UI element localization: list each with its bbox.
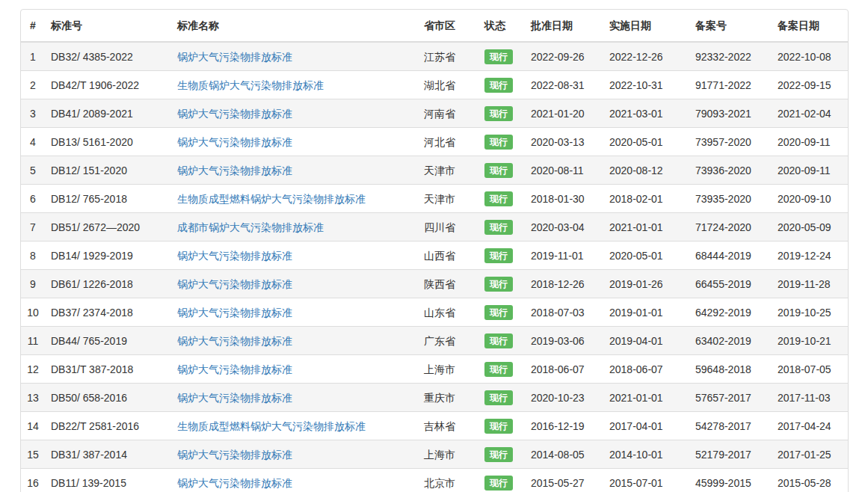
cell-standard-no: DB41/ 2089-2021 — [45, 99, 171, 128]
cell-status: 现行 — [478, 327, 525, 355]
cell-standard-no: DB13/ 5161-2020 — [45, 128, 171, 156]
cell-record-no: 45999-2015 — [689, 469, 772, 492]
table-row: 8DB14/ 1929-2019锅炉大气污染物排放标准山西省现行2019-11-… — [21, 242, 848, 270]
table-header: #标准号标准名称省市区状态批准日期实施日期备案号备案日期 — [21, 10, 848, 42]
cell-standard-name: 锅炉大气污染物排放标准 — [171, 242, 418, 270]
standard-name-link[interactable]: 生物质成型燃料锅炉大气污染物排放标准 — [177, 420, 366, 432]
cell-record-date: 2017-11-03 — [772, 384, 848, 412]
cell-approval-date: 2018-01-30 — [525, 185, 603, 213]
cell-implementation-date: 2020-05-01 — [603, 128, 689, 156]
standard-name-link[interactable]: 锅炉大气污染物排放标准 — [177, 136, 292, 148]
cell-num: 8 — [21, 242, 45, 270]
status-badge: 现行 — [484, 362, 513, 377]
status-badge: 现行 — [484, 333, 513, 348]
cell-standard-no: DB31/T 387-2018 — [45, 355, 171, 384]
table-row: 16DB11/ 139-2015锅炉大气污染物排放标准北京市现行2015-05-… — [21, 469, 848, 492]
standard-name-link[interactable]: 锅炉大气污染物排放标准 — [177, 278, 292, 290]
standard-name-link[interactable]: 锅炉大气污染物排放标准 — [177, 51, 292, 63]
cell-region: 天津市 — [418, 185, 478, 213]
status-badge: 现行 — [484, 419, 513, 434]
cell-region: 上海市 — [418, 355, 478, 384]
standard-name-link[interactable]: 锅炉大气污染物排放标准 — [177, 449, 292, 461]
cell-approval-date: 2018-12-26 — [525, 270, 603, 298]
cell-implementation-date: 2019-01-01 — [603, 298, 689, 327]
standard-name-link[interactable]: 成都市锅炉大气污染物排放标准 — [177, 221, 324, 233]
cell-implementation-date: 2015-07-01 — [603, 469, 689, 492]
standard-name-link[interactable]: 生物质成型燃料锅炉大气污染物排放标准 — [177, 193, 366, 205]
cell-approval-date: 2018-06-07 — [525, 355, 603, 384]
cell-num: 13 — [21, 384, 45, 412]
standard-name-link[interactable]: 锅炉大气污染物排放标准 — [177, 477, 292, 489]
cell-standard-name: 锅炉大气污染物排放标准 — [171, 469, 418, 492]
cell-status: 现行 — [478, 156, 525, 185]
cell-standard-name: 生物质成型燃料锅炉大气污染物排放标准 — [171, 185, 418, 213]
cell-record-no: 54278-2017 — [689, 412, 772, 440]
cell-status: 现行 — [478, 185, 525, 213]
column-header-status: 状态 — [478, 10, 525, 42]
cell-record-date: 2021-02-04 — [772, 99, 848, 128]
cell-record-no: 57657-2017 — [689, 384, 772, 412]
cell-approval-date: 2014-08-05 — [525, 440, 603, 469]
standards-table-container: #标准号标准名称省市区状态批准日期实施日期备案号备案日期 1DB32/ 4385… — [20, 9, 849, 492]
cell-record-date: 2020-09-10 — [772, 185, 848, 213]
cell-status: 现行 — [478, 71, 525, 99]
standard-name-link[interactable]: 锅炉大气污染物排放标准 — [177, 363, 292, 375]
cell-record-date: 2022-10-08 — [772, 42, 848, 71]
standard-name-link[interactable]: 锅炉大气污染物排放标准 — [177, 108, 292, 120]
cell-standard-no: DB12/ 765-2018 — [45, 185, 171, 213]
cell-record-date: 2019-11-28 — [772, 270, 848, 298]
cell-implementation-date: 2021-01-01 — [603, 384, 689, 412]
cell-num: 14 — [21, 412, 45, 440]
cell-standard-name: 锅炉大气污染物排放标准 — [171, 384, 418, 412]
cell-num: 1 — [21, 42, 45, 71]
cell-implementation-date: 2020-05-01 — [603, 242, 689, 270]
cell-standard-name: 锅炉大气污染物排放标准 — [171, 440, 418, 469]
cell-status: 现行 — [478, 298, 525, 327]
cell-status: 现行 — [478, 355, 525, 384]
cell-implementation-date: 2018-06-07 — [603, 355, 689, 384]
cell-region: 河南省 — [418, 99, 478, 128]
standard-name-link[interactable]: 锅炉大气污染物排放标准 — [177, 250, 292, 262]
cell-standard-name: 成都市锅炉大气污染物排放标准 — [171, 213, 418, 242]
column-header-implementation_date: 实施日期 — [603, 10, 689, 42]
cell-approval-date: 2020-03-04 — [525, 213, 603, 242]
cell-standard-no: DB31/ 387-2014 — [45, 440, 171, 469]
cell-num: 10 — [21, 298, 45, 327]
cell-implementation-date: 2017-04-01 — [603, 412, 689, 440]
cell-record-no: 73935-2020 — [689, 185, 772, 213]
status-badge: 现行 — [484, 390, 513, 405]
column-header-approval_date: 批准日期 — [525, 10, 603, 42]
cell-region: 上海市 — [418, 440, 478, 469]
cell-region: 四川省 — [418, 213, 478, 242]
table-row: 7DB51/ 2672—2020成都市锅炉大气污染物排放标准四川省现行2020-… — [21, 213, 848, 242]
cell-record-date: 2020-09-11 — [772, 156, 848, 185]
standard-name-link[interactable]: 锅炉大气污染物排放标准 — [177, 392, 292, 404]
cell-standard-name: 锅炉大气污染物排放标准 — [171, 327, 418, 355]
cell-standard-no: DB51/ 2672—2020 — [45, 213, 171, 242]
cell-status: 现行 — [478, 412, 525, 440]
standard-name-link[interactable]: 锅炉大气污染物排放标准 — [177, 307, 292, 319]
standard-name-link[interactable]: 生物质锅炉大气污染物排放标准 — [177, 79, 324, 91]
cell-implementation-date: 2018-02-01 — [603, 185, 689, 213]
cell-standard-no: DB50/ 658-2016 — [45, 384, 171, 412]
cell-implementation-date: 2014-10-01 — [603, 440, 689, 469]
cell-status: 现行 — [478, 128, 525, 156]
cell-status: 现行 — [478, 384, 525, 412]
cell-approval-date: 2015-05-27 — [525, 469, 603, 492]
cell-approval-date: 2018-07-03 — [525, 298, 603, 327]
cell-standard-name: 锅炉大气污染物排放标准 — [171, 99, 418, 128]
status-badge: 现行 — [484, 447, 513, 462]
cell-num: 6 — [21, 185, 45, 213]
cell-approval-date: 2020-10-23 — [525, 384, 603, 412]
cell-record-no: 63402-2019 — [689, 327, 772, 355]
cell-standard-name: 生物质锅炉大气污染物排放标准 — [171, 71, 418, 99]
cell-standard-no: DB11/ 139-2015 — [45, 469, 171, 492]
cell-implementation-date: 2020-08-12 — [603, 156, 689, 185]
table-row: 13DB50/ 658-2016锅炉大气污染物排放标准重庆市现行2020-10-… — [21, 384, 848, 412]
standard-name-link[interactable]: 锅炉大气污染物排放标准 — [177, 164, 292, 176]
cell-record-date: 2017-04-24 — [772, 412, 848, 440]
cell-standard-no: DB37/ 2374-2018 — [45, 298, 171, 327]
status-badge: 现行 — [484, 49, 513, 64]
cell-standard-no: DB44/ 765-2019 — [45, 327, 171, 355]
standard-name-link[interactable]: 锅炉大气污染物排放标准 — [177, 335, 292, 347]
